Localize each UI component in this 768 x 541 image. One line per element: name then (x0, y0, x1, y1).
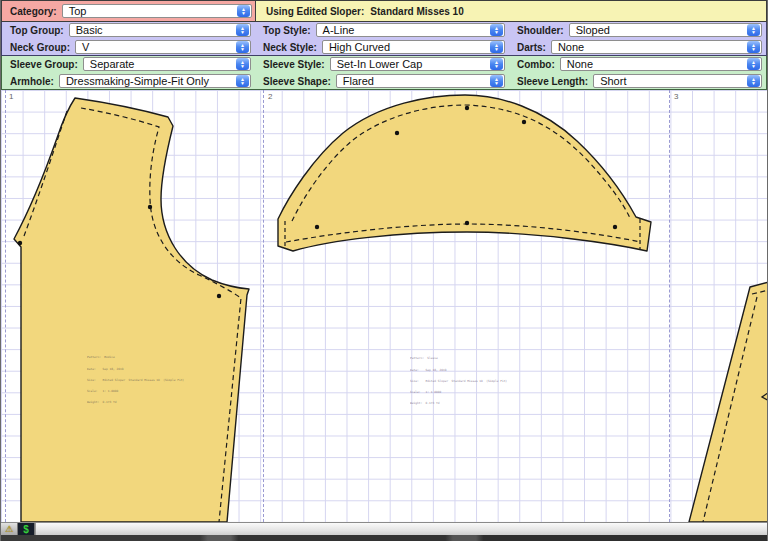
category-dropdown[interactable]: Top (62, 4, 252, 18)
notch-dot (465, 221, 469, 225)
popup-stepper-icon[interactable] (490, 75, 503, 87)
shoulder-field-group: Shoulder: Sloped (509, 22, 766, 38)
popup-stepper-icon[interactable] (490, 24, 503, 36)
sleeve-shape-field-group: Sleeve Shape: Flared (255, 73, 509, 89)
combo-label: Combo: (517, 59, 555, 70)
category-field-group: Category: Top (2, 1, 255, 21)
cost-button[interactable]: $ (18, 523, 35, 535)
sleeve-style-value: Set-In Lower Cap (337, 58, 423, 70)
status-bar: ⚠ $ (1, 522, 767, 535)
notch-dot (315, 225, 319, 229)
popup-stepper-icon[interactable] (236, 75, 249, 87)
sleeve-piece-info-label: Pattern: Sleeve Date: Sep 18, 2019 Size:… (410, 349, 507, 413)
popup-stepper-icon[interactable] (747, 75, 760, 87)
side-panel-piece[interactable] (689, 282, 767, 522)
style-options-section: Top Group: Basic Top Style: A-Line Shoul… (1, 22, 767, 56)
sleeve-style-dropdown[interactable]: Set-In Lower Cap (330, 57, 505, 71)
shoulder-label: Shoulder: (517, 25, 564, 36)
sleeve-style-label: Sleeve Style: (263, 59, 325, 70)
sloper-info-value: Standard Misses 10 (370, 6, 463, 17)
sleeve-group-value: Separate (90, 58, 135, 70)
sleeve-length-field-group: Sleeve Length: Short (509, 73, 766, 89)
armhole-value: Dressmaking-Simple-Fit Only (66, 75, 209, 87)
top-style-field-group: Top Style: A-Line (255, 22, 509, 38)
sleeve-group-dropdown[interactable]: Separate (83, 57, 251, 71)
top-style-value: A-Line (323, 24, 355, 36)
pattern-canvas: 1 2 3 (1, 90, 767, 522)
popup-stepper-icon[interactable] (490, 41, 503, 53)
pattern-options-form: Category: Top Using Edited Sloper: Stand… (1, 0, 767, 90)
notch-dot (613, 225, 617, 229)
warning-icon: ⚠ (5, 525, 13, 534)
sleeve-shape-label: Sleeve Shape: (263, 76, 331, 87)
darts-label: Darts: (517, 42, 546, 53)
popup-stepper-icon[interactable] (236, 58, 249, 70)
popup-stepper-icon[interactable] (490, 58, 503, 70)
notch-dot (18, 241, 22, 245)
top-group-value: Basic (76, 24, 103, 36)
popup-stepper-icon[interactable] (236, 24, 249, 36)
neck-group-label: Neck Group: (10, 42, 70, 53)
sleeve-length-value: Short (600, 75, 626, 87)
sleeve-shape-value: Flared (343, 75, 374, 87)
popup-stepper-icon[interactable] (747, 41, 760, 53)
neck-style-value: High Curved (329, 41, 390, 53)
window-bottom-edge (1, 535, 767, 541)
top-group-label: Top Group: (10, 25, 64, 36)
sloper-info-label: Using Edited Sloper: (266, 6, 364, 17)
sleeve-shape-dropdown[interactable]: Flared (336, 74, 505, 88)
notch-dot (522, 120, 526, 124)
bodice-piece-info-label: Pattern: Bodice Date: Sep 18, 2019 Size:… (87, 348, 184, 412)
armhole-label: Armhole: (10, 76, 54, 87)
armhole-field-group: Armhole: Dressmaking-Simple-Fit Only (2, 73, 255, 89)
neck-style-field-group: Neck Style: High Curved (255, 39, 509, 55)
neck-style-dropdown[interactable]: High Curved (322, 40, 505, 54)
category-value: Top (69, 5, 87, 17)
combo-value: None (567, 58, 593, 70)
shoulder-value: Sloped (576, 24, 610, 36)
bodice-piece[interactable] (14, 98, 249, 522)
combo-field-group: Combo: None (509, 56, 766, 72)
darts-dropdown[interactable]: None (551, 40, 762, 54)
armhole-dropdown[interactable]: Dressmaking-Simple-Fit Only (59, 74, 251, 88)
notch-dot (148, 205, 152, 209)
pattern-pieces-layer (1, 90, 767, 522)
shoulder-dropdown[interactable]: Sloped (569, 23, 762, 37)
sloper-info-box: Using Edited Sloper: Standard Misses 10 (255, 1, 766, 21)
sleeve-length-label: Sleeve Length: (517, 76, 588, 87)
notch-dot (395, 131, 399, 135)
popup-stepper-icon[interactable] (236, 41, 249, 53)
sleeve-group-field-group: Sleeve Group: Separate (2, 56, 255, 72)
popup-stepper-icon[interactable] (237, 5, 250, 17)
category-row: Category: Top Using Edited Sloper: Stand… (1, 0, 767, 22)
neck-group-dropdown[interactable]: V (75, 40, 251, 54)
popup-stepper-icon[interactable] (747, 58, 760, 70)
sleeve-piece[interactable] (278, 95, 651, 251)
warning-button[interactable]: ⚠ (1, 523, 18, 535)
pattern-app-window: Category: Top Using Edited Sloper: Stand… (0, 0, 768, 541)
darts-value: None (558, 41, 584, 53)
sleeve-options-section: Sleeve Group: Separate Sleeve Style: Set… (1, 56, 767, 90)
combo-dropdown[interactable]: None (560, 57, 762, 71)
darts-field-group: Darts: None (509, 39, 766, 55)
top-group-field-group: Top Group: Basic (2, 22, 255, 38)
notch-dot (217, 294, 221, 298)
dollar-icon: $ (23, 525, 29, 534)
top-group-dropdown[interactable]: Basic (69, 23, 251, 37)
notch-dot (465, 106, 469, 110)
popup-stepper-icon[interactable] (747, 24, 760, 36)
sleeve-length-dropdown[interactable]: Short (593, 74, 762, 88)
sleeve-style-field-group: Sleeve Style: Set-In Lower Cap (255, 56, 509, 72)
neck-group-field-group: Neck Group: V (2, 39, 255, 55)
top-style-label: Top Style: (263, 25, 311, 36)
neck-style-label: Neck Style: (263, 42, 317, 53)
sleeve-group-label: Sleeve Group: (10, 59, 78, 70)
horizontal-scrollbar[interactable] (35, 523, 767, 535)
top-style-dropdown[interactable]: A-Line (316, 23, 505, 37)
category-label: Category: (10, 6, 57, 17)
neck-group-value: V (82, 41, 89, 53)
